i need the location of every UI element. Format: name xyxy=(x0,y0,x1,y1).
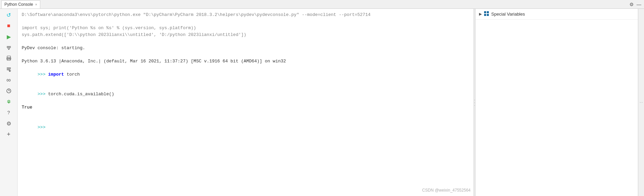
far-right-sidebar: ⋮ xyxy=(638,9,644,196)
console-output[interactable]: D:\Software\anaconda3\envs\pytorch\pytho… xyxy=(18,9,473,196)
expand-arrow-icon[interactable]: ▶ xyxy=(479,12,482,16)
special-variables-label: Special Variables xyxy=(491,12,525,17)
left-toolbar: ↺ ■ ▶ ∞ xyxy=(0,9,18,196)
scroll-end-button[interactable] xyxy=(4,43,14,52)
svg-rect-19 xyxy=(484,11,486,13)
console-line-11: True xyxy=(22,104,469,111)
prompt-span-3: >>> xyxy=(38,125,45,130)
tab-title: Python Console xyxy=(4,2,33,7)
svg-rect-20 xyxy=(487,11,489,13)
svg-point-13 xyxy=(8,100,9,102)
prompt-span-2: >>> xyxy=(38,92,48,97)
console-line-10: >>> torch.cuda.is_available() xyxy=(22,84,469,104)
watermark-text: CSDN @weixin_47552564 xyxy=(422,187,471,193)
debug-button[interactable] xyxy=(4,97,14,106)
help-button[interactable]: ? xyxy=(4,108,14,117)
reformat-button[interactable] xyxy=(4,64,14,74)
print-button[interactable] xyxy=(4,54,14,63)
right-panel: ▶ Special Variables xyxy=(475,9,638,196)
svg-rect-22 xyxy=(487,14,489,16)
tab-bar: Python Console × ⚙ — xyxy=(0,0,644,9)
special-variables-header: ▶ Special Variables xyxy=(476,9,638,20)
prompt-span-1: >>> xyxy=(38,72,48,77)
console-line-9: >>> import torch xyxy=(22,64,469,84)
svg-point-5 xyxy=(9,58,10,59)
add-button[interactable]: + xyxy=(4,130,14,139)
console-line-8: Python 3.6.13 |Anaconda, Inc.| (default,… xyxy=(22,58,469,65)
python-console-tab[interactable]: Python Console × xyxy=(1,0,40,8)
console-line-7 xyxy=(22,51,469,58)
minimize-button[interactable]: — xyxy=(637,2,641,7)
rerun-button[interactable]: ↺ xyxy=(4,10,14,20)
sidebar-vertical-label: ⋮ xyxy=(639,101,643,104)
history-button[interactable] xyxy=(4,86,14,96)
svg-rect-21 xyxy=(484,14,486,16)
console-line-6: PyDev console: starting. xyxy=(22,45,469,52)
console-line-5 xyxy=(22,38,469,45)
tab-icon-group: ⚙ — xyxy=(629,2,644,7)
console-line-13: >>> xyxy=(22,117,469,137)
main-layout: ↺ ■ ▶ ∞ xyxy=(0,9,644,196)
tab-close-button[interactable]: × xyxy=(35,3,37,6)
console-line-3: import sys; print('Python %s on %s' % (s… xyxy=(22,25,469,32)
settings3-button[interactable]: ⚙ xyxy=(4,119,14,128)
cuda-check-text: torch.cuda.is_available() xyxy=(48,92,114,97)
console-line-2 xyxy=(22,18,469,25)
console-line-4: sys.path.extend(['D:\\python 2023lianxi\… xyxy=(22,32,469,38)
keyword-import: import xyxy=(48,72,64,77)
stop-button[interactable]: ■ xyxy=(4,21,14,31)
special-vars-grid-icon xyxy=(484,11,489,17)
import-torch-text: torch xyxy=(64,72,80,77)
console-line-1: D:\Software\anaconda3\envs\pytorch\pytho… xyxy=(22,12,469,18)
run-button[interactable]: ▶ xyxy=(4,32,14,41)
settings-button[interactable]: ⚙ xyxy=(629,2,634,7)
loop-button[interactable]: ∞ xyxy=(4,75,14,85)
console-line-12 xyxy=(22,111,469,118)
